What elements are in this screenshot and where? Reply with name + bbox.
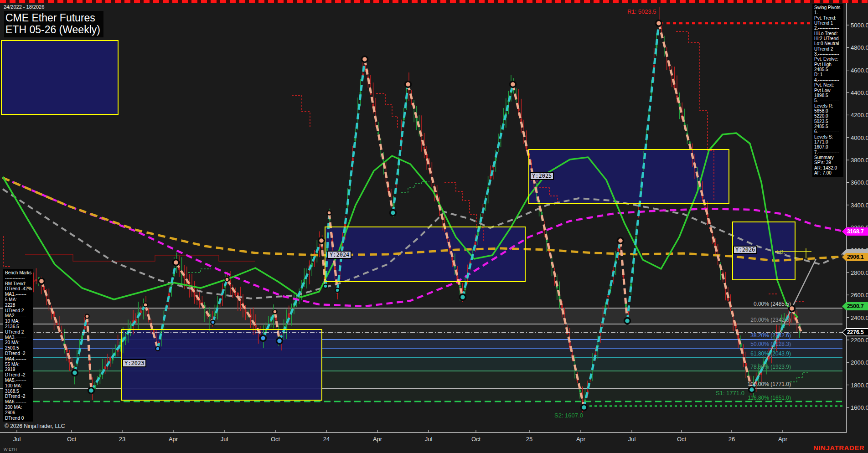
time-axis-label: 25	[526, 436, 532, 443]
pivot-low-dot	[749, 387, 755, 393]
price-axis-label: 3400.0	[851, 202, 868, 209]
bench-marks-line: MA6.-------	[5, 399, 33, 405]
pivot-low-dot	[336, 288, 340, 293]
price-axis-label: 1600.0	[851, 404, 868, 411]
price-tag-value: 2906.1	[843, 254, 868, 261]
fib-level-label: 38.20% (2242.6)	[718, 332, 791, 339]
swing-pivots-line: 1.--------------	[814, 10, 843, 15]
swing-pivots-line: HiLo Trend:	[814, 31, 843, 36]
bench-marks-line: DTrend -2	[5, 372, 33, 378]
ninjatrader-logo: NINJATRADER	[813, 444, 864, 452]
pivot-low-dot	[156, 347, 160, 351]
time-axis-label: Oct	[677, 436, 686, 443]
swing-pivots-line: SP's: 39	[814, 160, 843, 165]
pivot-low-dot	[581, 405, 587, 411]
swing-pivots-line: 5.--------------	[814, 98, 843, 103]
pivot-high-dot	[362, 57, 368, 62]
bench-marks-panel: Bench Marks-------------BM Trend:DTrend …	[3, 269, 33, 422]
bench-marks-line: 20 MA:	[5, 340, 33, 345]
bench-marks-line: 200 MA:	[5, 405, 33, 410]
highlight-region-box	[1, 40, 119, 115]
bench-marks-line: Bench Marks	[5, 270, 33, 276]
swing-pivots-line: Levels S:	[814, 134, 843, 139]
swing-pivots-line: Pvt High	[814, 62, 843, 67]
r1-label: R1: 5023.5	[627, 8, 656, 15]
bench-marks-line: 55 MA:	[5, 362, 33, 367]
price-tag-value: 2500.7	[843, 303, 868, 310]
time-axis-label: Oct	[67, 436, 76, 443]
pivot-high-dot	[39, 278, 45, 284]
price-axis-label: 2400.0	[851, 314, 868, 321]
pivot-low-dot	[211, 320, 215, 324]
fib-level-label: 50.00% (2128.3)	[718, 341, 791, 347]
s1-label: S1: 1771.0	[716, 390, 744, 396]
price-tag: 2906.1	[842, 253, 868, 261]
swing-pivots-line: 5658.0	[814, 108, 843, 113]
swing-pivots-line: 7.--------------	[814, 150, 843, 155]
bench-marks-line: MA4.-------	[5, 356, 33, 362]
bench-marks-line: BM Trend:	[5, 281, 33, 287]
price-axis-label: 2600.0	[851, 292, 868, 299]
pivot-low-dot	[390, 210, 396, 216]
pivot-high-dot	[327, 211, 331, 215]
bench-marks-line: DTrend -42%	[5, 286, 33, 292]
bench-marks-line: DTrend -2	[5, 351, 33, 356]
year-label-chip: Y:2026	[733, 246, 757, 254]
bench-marks-line: -------------	[5, 276, 33, 281]
swing-pivots-line: AF: 7.00	[814, 170, 843, 175]
fib-level-label: 78.60% (1923.9)	[718, 364, 791, 370]
bench-marks-line: 2228	[5, 303, 33, 308]
swing-pivots-line: 1771.0	[814, 139, 843, 144]
fib-level-label: 61.80% (2043.9)	[718, 350, 791, 357]
swing-pivots-line: 2485.5	[814, 67, 843, 72]
swing-pivots-line: Pvt. Evolve:	[814, 57, 843, 62]
bench-marks-line: 2906	[5, 410, 33, 416]
pivot-high-dot	[144, 303, 148, 307]
date-range-label: 24/2022 - 18/2026	[4, 4, 44, 10]
time-axis-label: Oct	[271, 436, 280, 443]
pivot-low-dot	[277, 338, 283, 344]
pivot-low-dot	[88, 388, 94, 394]
price-axis-label: 5000.0	[851, 22, 868, 29]
pivot-low-dot	[460, 294, 466, 300]
instrument-label: W ETH	[4, 447, 17, 452]
bench-marks-line: UTrend 2	[5, 308, 33, 314]
bench-marks-line: 5 MA:	[5, 297, 33, 303]
swing-pivots-line: Levels R:	[814, 103, 843, 108]
bench-marks-line: MA1.-------	[5, 292, 33, 297]
time-axis-label: 23	[119, 436, 125, 443]
swing-pivots-line: Pvt. Next:	[814, 82, 843, 88]
year-label-chip: Y:2024	[327, 251, 351, 259]
pivot-high-dot	[656, 21, 662, 26]
price-tag: 2500.7	[842, 302, 868, 310]
time-axis-label: 26	[728, 436, 735, 443]
price-axis-label: 3800.0	[851, 157, 868, 164]
pivot-high-dot	[273, 310, 277, 314]
swing-pivots-line: Pvt. Trend:	[814, 15, 843, 21]
fib-level-label: 0.00% (2485.5)	[718, 301, 791, 307]
chart-title: CME Ether Futures ETH 05-26 (Weekly)	[4, 11, 103, 37]
bench-marks-line: MA5.-------	[5, 378, 33, 383]
pivot-low-dot	[625, 318, 630, 324]
bench-marks-line: DTrend 0	[5, 416, 33, 421]
pivot-high-dot	[225, 278, 229, 282]
swing-pivots-line: 1898.5	[814, 93, 843, 98]
bench-marks-line: 2136.5	[5, 324, 33, 329]
pivot-high-dot	[510, 82, 516, 88]
swing-pivots-line: Summary	[814, 155, 843, 160]
swing-pivots-line: UTrend 2	[814, 46, 843, 51]
swing-pivots-line: 5220.0	[814, 113, 843, 118]
swing-pivots-line: D: 1	[814, 72, 843, 77]
time-axis-label: Apr	[778, 436, 787, 443]
time-axis-label: Jul	[628, 436, 636, 443]
bench-marks-line: 2919	[5, 367, 33, 372]
price-axis-label: 1800.0	[851, 382, 868, 389]
bench-marks-line: UTrend 2	[5, 329, 33, 335]
swing-pivots-line: 2485.5	[814, 124, 843, 129]
swing-pivots-line: Lo:0 Neutral	[814, 41, 843, 46]
price-axis-label: 4200.0	[851, 112, 868, 118]
price-axis-label: 4000.0	[851, 134, 868, 141]
pivot-low-dot	[72, 370, 78, 376]
time-axis-label: Jul	[221, 436, 228, 443]
swing-pivots-line: UTrend 1	[814, 21, 843, 26]
